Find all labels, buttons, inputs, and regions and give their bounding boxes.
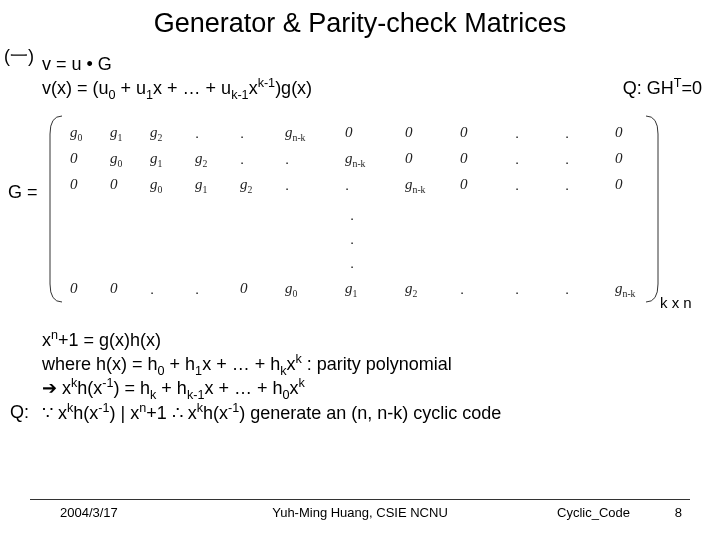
generator-matrix: g0g1g2..gn-k000..0 0g0g1g2..gn-k00..0 00… <box>52 114 656 304</box>
matrix-cell: g2 <box>150 124 162 141</box>
matrix-cell: g1 <box>150 150 162 167</box>
matrix-vdots: . <box>70 206 638 226</box>
matrix-cell: 0 <box>405 124 413 141</box>
matrix-cell: . <box>345 176 349 193</box>
matrix-cell: 0 <box>70 280 78 297</box>
matrix-cell: gn-k <box>615 280 636 297</box>
right-bracket-icon <box>644 114 660 304</box>
matrix-cell: . <box>460 280 464 297</box>
matrix-cell: g0 <box>285 280 297 297</box>
matrix-cell: . <box>515 176 519 193</box>
matrix-cell: 0 <box>345 124 353 141</box>
matrix-cell: . <box>515 150 519 167</box>
section-marker: (一) <box>4 44 34 68</box>
matrix-cell: g0 <box>70 124 82 141</box>
parity-polynomial-block: xn+1 = g(x)h(x) where h(x) = h0 + h1x + … <box>42 328 452 400</box>
matrix-cell: gn-k <box>345 150 366 167</box>
matrix-cell: g1 <box>110 124 122 141</box>
eq-xn1: xn+1 = g(x)h(x) <box>42 328 452 352</box>
matrix-cell: . <box>240 124 244 141</box>
matrix-cell: gn-k <box>285 124 306 141</box>
footer-pagenum: 8 <box>675 505 682 520</box>
question-left-label: Q: <box>10 402 29 423</box>
matrix-cell: 0 <box>615 124 623 141</box>
matrix-cell: . <box>515 124 519 141</box>
matrix-cell: g2 <box>195 150 207 167</box>
matrix-cell: . <box>515 280 519 297</box>
footer-right1: Cyclic_Code <box>557 505 630 520</box>
equation-vx: v(x) = (u0 + u1x + … + uk-1xk-1)g(x) <box>42 78 312 99</box>
g-equals-label: G = <box>8 182 38 203</box>
matrix-row: 00g0g1g2..gn-k0..0 <box>70 176 638 196</box>
matrix-row: g0g1g2..gn-k000..0 <box>70 124 638 144</box>
matrix-cell: g2 <box>405 280 417 297</box>
matrix-cell: 0 <box>460 150 468 167</box>
eq-therefore: ∵ xkh(x-1) | xn+1 ∴ xkh(x-1) generate an… <box>42 402 501 424</box>
slide-title: Generator & Parity-check Matrices <box>0 8 720 39</box>
matrix-cell: 0 <box>110 176 118 193</box>
eq-xkh: ➔ xkh(x-1) = hk + hk-1x + … + h0xk <box>42 376 452 400</box>
matrix-cell: 0 <box>240 280 248 297</box>
matrix-row: 00..0g0g1g2...gn-k <box>70 280 638 300</box>
matrix-cell: . <box>195 124 199 141</box>
matrix-cell: g0 <box>110 150 122 167</box>
eq-hx: where h(x) = h0 + h1x + … + hkxk : parit… <box>42 352 452 376</box>
matrix-cell: . <box>285 150 289 167</box>
matrix-vdots: . <box>70 230 638 250</box>
matrix-cell: 0 <box>615 150 623 167</box>
left-bracket-icon <box>48 114 64 304</box>
matrix-cell: g0 <box>150 176 162 193</box>
matrix-cell: 0 <box>460 124 468 141</box>
matrix-cell: . <box>240 150 244 167</box>
matrix-cell: g1 <box>345 280 357 297</box>
matrix-cell: . <box>195 280 199 297</box>
matrix-dimension-label: k x n <box>660 294 692 311</box>
matrix-cell: gn-k <box>405 176 426 193</box>
equation-vuG: v = u • G <box>42 54 112 75</box>
matrix-cell: . <box>285 176 289 193</box>
matrix-cell: . <box>565 176 569 193</box>
matrix-cell: 0 <box>615 176 623 193</box>
matrix-cell: . <box>565 150 569 167</box>
matrix-cell: 0 <box>70 150 78 167</box>
matrix-cell: . <box>150 280 154 297</box>
matrix-cell: g1 <box>195 176 207 193</box>
matrix-row: 0g0g1g2..gn-k00..0 <box>70 150 638 170</box>
question-right: Q: GHT=0 <box>623 78 702 99</box>
matrix-cell: 0 <box>405 150 413 167</box>
matrix-cell: . <box>565 124 569 141</box>
matrix-cell: 0 <box>70 176 78 193</box>
footer-rule <box>30 499 690 500</box>
matrix-cell: g2 <box>240 176 252 193</box>
matrix-vdots: . <box>70 254 638 274</box>
matrix-cell: 0 <box>110 280 118 297</box>
matrix-cell: . <box>565 280 569 297</box>
matrix-cell: 0 <box>460 176 468 193</box>
